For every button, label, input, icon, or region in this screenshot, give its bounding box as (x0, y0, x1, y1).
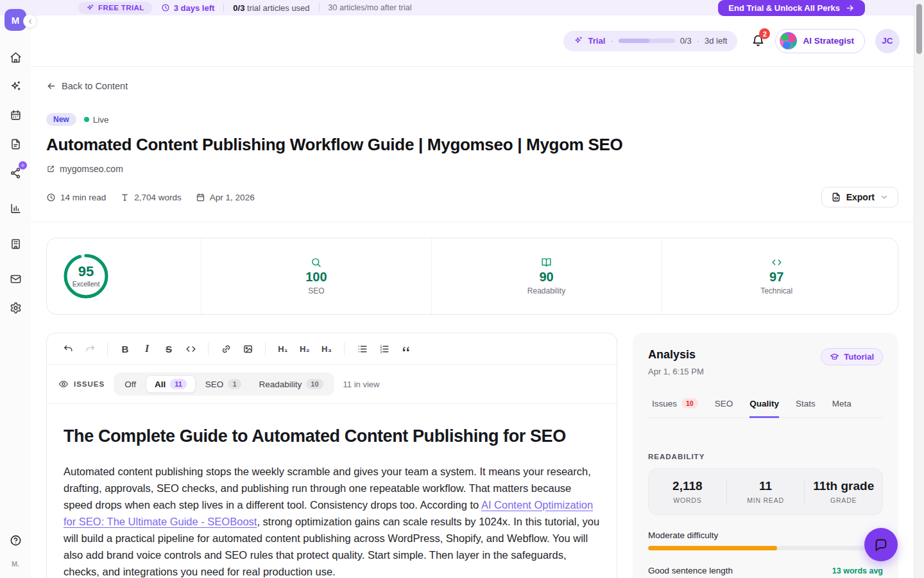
share-notification-badge (19, 161, 27, 170)
sidebar-item-home[interactable] (6, 48, 25, 67)
strikethrough-button[interactable]: S (159, 340, 178, 358)
link-button[interactable] (216, 340, 235, 358)
export-button[interactable]: Export (821, 187, 898, 207)
clock-icon (46, 193, 56, 202)
stat-min-read: 11 MIN READ (726, 479, 805, 504)
tab-meta[interactable]: Meta (832, 399, 851, 418)
live-status: Live (84, 115, 109, 125)
filter-readability-count: 10 (306, 379, 323, 389)
sidebar-item-share[interactable] (6, 163, 25, 182)
chat-fab-button[interactable] (864, 528, 898, 561)
app-header: Trial · 0/3 · 3d left 2 AI Strategist JC (31, 15, 914, 67)
trial-label: Trial (588, 36, 606, 46)
issues-label: ISSUES (58, 379, 105, 389)
link-icon (221, 344, 232, 355)
redo-icon (85, 344, 96, 355)
quote-button[interactable] (396, 340, 415, 358)
sidebar-item-documents[interactable] (6, 134, 25, 153)
document-icon (10, 138, 22, 150)
image-button[interactable] (238, 340, 257, 358)
sparkles-icon (86, 4, 94, 12)
analysis-title: Analysis (648, 348, 704, 362)
user-avatar[interactable]: JC (875, 29, 900, 53)
tab-seo[interactable]: SEO (715, 399, 733, 418)
editor-card: B I S H₁ H₂ H₃ 123 (46, 333, 617, 578)
bold-button[interactable]: B (116, 340, 135, 358)
ai-strategist-button[interactable]: AI Strategist (775, 29, 865, 53)
sparkles-icon (10, 80, 22, 92)
overall-score-value: 95 (78, 265, 94, 279)
page-title: Automated Content Publishing Workflow Gu… (46, 135, 898, 155)
book-open-icon (541, 257, 552, 268)
tab-stats[interactable]: Stats (796, 399, 816, 418)
redo-button[interactable] (80, 340, 99, 358)
help-button[interactable] (6, 530, 25, 550)
filter-all-count: 11 (170, 379, 187, 389)
domain-link[interactable]: mygomseo.com (46, 164, 898, 174)
sidebar: M M. (0, 15, 31, 578)
page-head: Back to Content New Live Automated Conte… (31, 67, 914, 222)
ordered-list-button[interactable]: 123 (374, 340, 393, 358)
italic-button[interactable]: I (137, 340, 157, 358)
sidebar-item-settings[interactable] (6, 298, 25, 317)
sidebar-item-ai[interactable] (6, 76, 25, 96)
filter-seo-count: 1 (228, 379, 241, 389)
sidebar-item-mail[interactable] (6, 269, 25, 288)
bullet-list-button[interactable] (352, 340, 372, 358)
article-editor[interactable]: The Complete Guide to Automated Content … (47, 404, 617, 578)
sentence-length-note: 13 words avg (832, 566, 883, 575)
trial-count: 0/3 (680, 36, 692, 46)
quote-icon (400, 344, 411, 355)
divider (223, 3, 224, 12)
sidebar-item-company[interactable] (6, 234, 25, 253)
read-time: 14 min read (46, 193, 106, 202)
home-icon (10, 51, 22, 64)
sparkle-icon (21, 163, 25, 168)
ai-strategist-label: AI Strategist (803, 36, 854, 46)
tutorial-button[interactable]: Tutorial (821, 348, 883, 365)
search-icon (311, 257, 321, 268)
trial-status-pill[interactable]: Trial · 0/3 · 3d left (563, 31, 738, 51)
type-icon (120, 193, 130, 202)
tab-quality[interactable]: Quality (749, 399, 779, 418)
code-icon (185, 344, 196, 355)
back-to-content-link[interactable]: Back to Content (46, 81, 128, 91)
filter-readability[interactable]: Readability10 (251, 376, 332, 392)
tab-issues[interactable]: Issues10 (652, 398, 698, 418)
code-icon (771, 257, 782, 268)
undo-button[interactable] (58, 340, 78, 358)
eye-icon (58, 379, 69, 389)
page-scrollbar[interactable] (914, 0, 924, 578)
after-trial-note: 30 articles/mo after trial (329, 3, 412, 12)
inline-code-button[interactable] (181, 340, 200, 358)
issues-filter-group: Off All11 SEO1 Readability10 (114, 372, 334, 396)
heading1-button[interactable]: H₁ (273, 340, 293, 358)
difficulty-progress-bar (648, 546, 883, 550)
sidebar-collapse-button[interactable] (23, 14, 37, 28)
overall-score-label: Excellent (73, 280, 100, 288)
heading3-button[interactable]: H₃ (317, 340, 336, 358)
undo-icon (63, 344, 74, 355)
heading2-button[interactable]: H₂ (295, 340, 314, 358)
image-icon (243, 344, 253, 355)
ordered-list-icon: 123 (379, 344, 389, 355)
score-readability: 90 Readability (431, 238, 662, 314)
free-trial-label: FREE TRIAL (98, 4, 144, 12)
sidebar-item-calendar[interactable] (6, 105, 25, 125)
free-trial-badge: FREE TRIAL (78, 2, 152, 14)
notifications-button[interactable]: 2 (751, 34, 765, 48)
ai-strategist-avatar (780, 32, 797, 49)
chevron-left-icon (27, 18, 34, 25)
trial-time-left: 3d left (705, 36, 727, 46)
trial-banner: FREE TRIAL 3 days left 0/3 trial article… (0, 0, 924, 15)
stat-words: 2,118 WORDS (649, 479, 726, 504)
sidebar-item-analytics[interactable] (6, 198, 25, 218)
divider (319, 3, 320, 12)
end-trial-button[interactable]: End Trial & Unlock All Perks (718, 0, 865, 16)
scrollbar-thumb[interactable] (916, 4, 922, 54)
filter-seo[interactable]: SEO1 (197, 376, 250, 392)
chat-bubble-icon (873, 537, 889, 552)
filter-off[interactable]: Off (116, 376, 144, 392)
filter-all[interactable]: All11 (146, 375, 196, 393)
main-content: Trial · 0/3 · 3d left 2 AI Strategist JC… (31, 15, 914, 578)
